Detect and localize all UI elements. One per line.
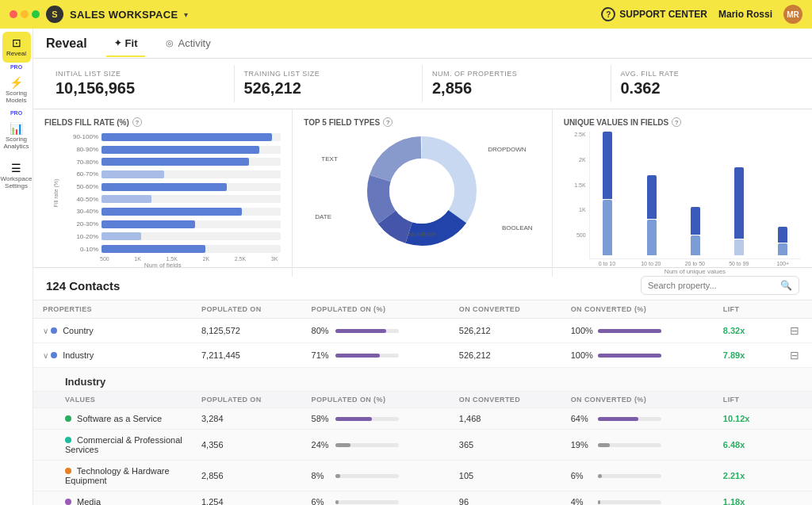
expand-industry-icon[interactable]: ∨ xyxy=(43,351,48,360)
stat-value-initial: 10,156,965 xyxy=(56,79,224,98)
sidebar-item-scoring-models[interactable]: ⚡ ScoringModels xyxy=(2,71,31,109)
sub-td-tech-lift: 2.21x xyxy=(714,461,777,492)
dot-tech xyxy=(65,468,71,474)
sub-td-saas-populated-pct: 58% xyxy=(302,408,450,430)
stat-avg-fill-rate: AVG. FILL RATE 0.362 xyxy=(611,65,800,102)
sub-td-media-lift: 1.18x xyxy=(714,492,777,506)
content: Reveal ✦ Fit ◎ Activity INITIAL LIST SIZ… xyxy=(33,29,812,505)
stat-initial-list-size: INITIAL LIST SIZE 10,156,965 xyxy=(46,65,235,102)
bar-row-10-20: 10-20% xyxy=(68,232,281,240)
table-section: 124 Contacts 🔍 PROPERTIES POPULATED ON P… xyxy=(33,268,812,505)
bar-row-30-40: 30-40% xyxy=(68,208,281,216)
reveal-icon: ⊡ xyxy=(12,36,21,49)
sidebar: ⊡ Reveal PRO ⚡ ScoringModels PRO 📊 Scori… xyxy=(0,29,33,505)
workspace-chevron-icon[interactable]: ▾ xyxy=(184,10,188,19)
chart-fields-fill-rate: FIELDS FILL RATE (%) ? Fill rate (%) 90-… xyxy=(33,109,293,277)
top-bar-left: S SALES WORKSPACE ▾ xyxy=(10,6,188,23)
pro-badge-scoring-models: PRO xyxy=(10,64,22,70)
tab-bar: Reveal ✦ Fit ◎ Activity xyxy=(33,29,812,59)
td-industry-populated-pct: 71% xyxy=(302,343,450,368)
sub-td-media-value: Media xyxy=(33,492,192,506)
col-group-20-50 xyxy=(677,207,713,255)
sidebar-item-workspace-settings[interactable]: ☰ WorkspaceSettings xyxy=(2,157,31,195)
activity-tab-icon: ◎ xyxy=(166,38,174,48)
sidebar-label-reveal: Reveal xyxy=(6,51,26,58)
sub-td-saas-value: Software as a Service xyxy=(33,408,192,430)
col-group-100plus xyxy=(765,227,801,255)
filter-icon-industry[interactable]: ⊟ xyxy=(787,347,802,363)
th-on-converted: ON CONVERTED xyxy=(450,300,561,319)
label-date: DATE xyxy=(315,213,331,220)
traffic-light-yellow[interactable] xyxy=(21,10,29,18)
th-properties: PROPERTIES xyxy=(33,300,192,319)
traffic-light-green[interactable] xyxy=(32,10,40,18)
support-center-button[interactable]: ? SUPPORT CENTER xyxy=(601,7,707,21)
td-industry-converted: 526,212 xyxy=(450,343,561,368)
tab-fit-label: Fit xyxy=(125,37,138,49)
fill-rate-help-icon[interactable]: ? xyxy=(132,117,142,127)
col-bar-dark-3 xyxy=(734,167,744,239)
top5-help-icon[interactable]: ? xyxy=(383,117,393,127)
col-bar-med-1 xyxy=(647,220,657,255)
search-input[interactable] xyxy=(648,281,776,290)
sub-td-tech-populated: 2,856 xyxy=(192,461,302,492)
col-bar-light-3 xyxy=(734,239,744,255)
support-icon: ? xyxy=(601,7,615,21)
td-country-converted-pct: 100% xyxy=(561,319,714,343)
tab-fit[interactable]: ✦ Fit xyxy=(106,31,146,57)
expanded-industry-col-headers: VALUES POPULATED ON POPULATED ON (%) ON … xyxy=(33,392,812,408)
stat-label-initial: INITIAL LIST SIZE xyxy=(56,70,224,78)
td-industry-filter: ⊟ xyxy=(777,343,812,368)
workspace-settings-icon: ☰ xyxy=(11,162,21,174)
sub-th-lift: LIFT xyxy=(714,392,777,408)
td-industry-converted-pct: 100% xyxy=(561,343,714,368)
expanded-industry-header: Industry xyxy=(33,368,812,392)
pro-badge-scoring-analytics: PRO xyxy=(10,110,22,116)
scoring-models-icon: ⚡ xyxy=(10,76,23,89)
section-title: Reveal xyxy=(46,36,87,51)
filter-icon-country[interactable]: ⊟ xyxy=(787,323,802,339)
progress-industry-populated: 71% xyxy=(312,350,440,360)
columns-container xyxy=(589,132,801,259)
td-country-lift: 8.32x xyxy=(714,319,777,343)
table-row-country: ∨ Country 8,125,572 80% 526,212 xyxy=(33,319,812,343)
sub-td-saas-populated: 3,284 xyxy=(192,408,302,430)
tab-activity[interactable]: ◎ Activity xyxy=(158,31,218,57)
search-icon: 🔍 xyxy=(780,280,792,291)
sub-td-tech-populated-pct: 8% xyxy=(302,461,450,492)
th-populated-pct: POPULATED ON (%) xyxy=(302,300,450,319)
sidebar-item-reveal[interactable]: ⊡ Reveal xyxy=(2,32,31,63)
dot-commercial xyxy=(65,437,71,443)
col-bar-med-4 xyxy=(778,243,787,255)
sub-th-populated: POPULATED ON xyxy=(192,392,302,408)
sub-td-media-populated-pct: 6% xyxy=(302,492,450,506)
col-bar-dark-1 xyxy=(647,175,657,219)
td-industry-property: ∨ Industry xyxy=(33,343,192,368)
svg-point-5 xyxy=(389,159,454,224)
support-center-label: SUPPORT CENTER xyxy=(619,9,707,20)
sub-th-populated-pct: POPULATED ON (%) xyxy=(302,392,450,408)
unique-help-icon[interactable]: ? xyxy=(672,117,681,127)
col-bar-dark-2 xyxy=(691,207,700,235)
td-industry-populated: 7,211,445 xyxy=(192,343,302,368)
th-converted-pct: ON CONVERTED (%) xyxy=(561,300,714,319)
search-box[interactable]: 🔍 xyxy=(641,276,799,295)
sub-td-commercial-converted-pct: 19% xyxy=(561,430,714,461)
avatar[interactable]: MR xyxy=(783,5,802,24)
sub-td-commercial-value: Commercial & Professional Services xyxy=(33,430,192,461)
dot-media xyxy=(65,499,71,505)
bar-row-50-60: 50-60% xyxy=(68,183,281,191)
sub-td-saas-converted: 1,468 xyxy=(450,408,561,430)
sidebar-item-scoring-analytics[interactable]: 📊 ScoringAnalytics xyxy=(2,117,31,155)
td-country-populated-pct: 80% xyxy=(302,319,450,343)
stat-value-num-properties: 2,856 xyxy=(432,79,601,98)
stat-label-num-properties: NUM. OF PROPERTIES xyxy=(432,70,601,78)
progress-country-populated: 80% xyxy=(312,326,440,335)
expand-country-icon[interactable]: ∨ xyxy=(43,327,48,335)
sub-td-saas-lift: 10.12x xyxy=(714,408,777,430)
sub-td-commercial-converted: 365 xyxy=(450,430,561,461)
col-group-10-20 xyxy=(634,175,669,255)
traffic-light-red[interactable] xyxy=(10,10,17,18)
workspace-label: SALES WORKSPACE xyxy=(70,9,178,21)
bar-row-90-100: 90-100% xyxy=(68,133,281,141)
